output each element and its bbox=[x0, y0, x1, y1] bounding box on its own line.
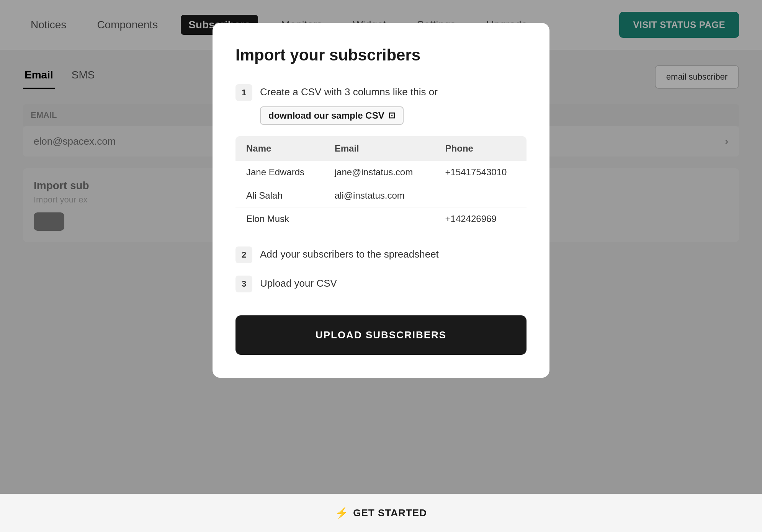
table-row: Elon Musk +142426969 bbox=[235, 207, 527, 231]
download-csv-button[interactable]: download our sample CSV ⊡ bbox=[260, 106, 404, 125]
bottom-bar: ⚡ GET STARTED bbox=[0, 494, 762, 532]
sample-csv-table: Name Email Phone Jane Edwards jane@insta… bbox=[235, 136, 527, 230]
table-header-row: Name Email Phone bbox=[235, 136, 527, 161]
step-2-row: 2 Add your subscribers to the spreadshee… bbox=[235, 246, 527, 263]
step-2-text: Add your subscribers to the spreadsheet bbox=[260, 246, 439, 263]
row-1-name: Jane Edwards bbox=[235, 161, 324, 184]
modal-title: Import your subscribers bbox=[235, 46, 527, 64]
step-2-description: Add your subscribers to the spreadsheet bbox=[260, 246, 439, 263]
table-row: Ali Salah ali@instatus.com bbox=[235, 184, 527, 207]
external-link-icon: ⊡ bbox=[388, 111, 395, 121]
step-2-badge: 2 bbox=[235, 246, 252, 263]
step-3-text: Upload your CSV bbox=[260, 275, 337, 292]
step-1-row: 1 Create a CSV with 3 columns like this … bbox=[235, 83, 527, 125]
row-3-email bbox=[324, 207, 435, 231]
import-modal: Import your subscribers 1 Create a CSV w… bbox=[213, 23, 549, 378]
csv-btn-label: download our sample CSV bbox=[268, 110, 384, 121]
col-header-email: Email bbox=[324, 136, 435, 161]
row-3-name: Elon Musk bbox=[235, 207, 324, 231]
row-1-email: jane@instatus.com bbox=[324, 161, 435, 184]
row-3-phone: +142426969 bbox=[435, 207, 527, 231]
step-1-badge: 1 bbox=[235, 84, 252, 101]
modal-overlay: Import your subscribers 1 Create a CSV w… bbox=[0, 0, 762, 532]
row-1-phone: +15417543010 bbox=[435, 161, 527, 184]
step-3-row: 3 Upload your CSV bbox=[235, 275, 527, 292]
col-header-name: Name bbox=[235, 136, 324, 161]
lightning-icon: ⚡ bbox=[335, 507, 348, 519]
upload-subscribers-button[interactable]: UPLOAD SUBSCRIBERS bbox=[235, 315, 527, 355]
col-header-phone: Phone bbox=[435, 136, 527, 161]
step-3-description: Upload your CSV bbox=[260, 275, 337, 292]
row-2-phone bbox=[435, 184, 527, 207]
step-3-badge: 3 bbox=[235, 276, 252, 292]
table-row: Jane Edwards jane@instatus.com +15417543… bbox=[235, 161, 527, 184]
row-2-name: Ali Salah bbox=[235, 184, 324, 207]
row-2-email: ali@instatus.com bbox=[324, 184, 435, 207]
get-started-label: GET STARTED bbox=[353, 507, 427, 519]
step-1-description: Create a CSV with 3 columns like this or bbox=[260, 83, 438, 100]
step-1-text: Create a CSV with 3 columns like this or… bbox=[260, 83, 527, 125]
